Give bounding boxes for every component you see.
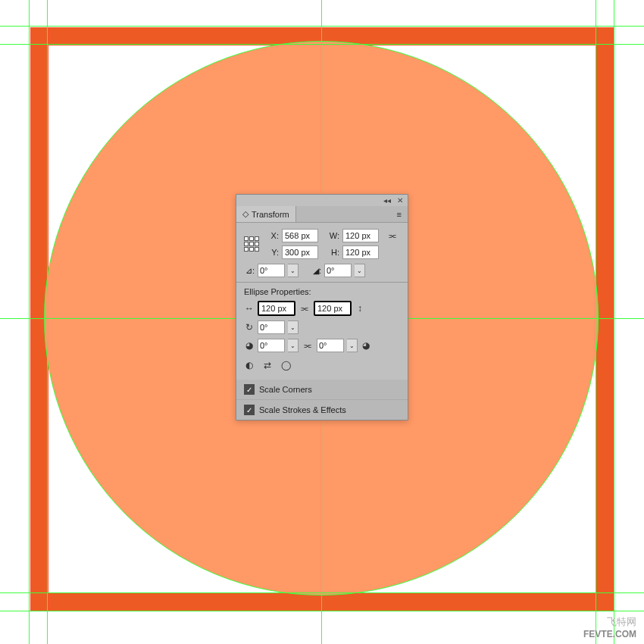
height-input[interactable]: 120 px <box>342 245 379 259</box>
scale-corners-checkbox[interactable]: ✓ <box>244 384 255 395</box>
scale-strokes-checkbox[interactable]: ✓ <box>244 405 255 415</box>
ellipse-height-input[interactable]: 120 px <box>314 301 352 316</box>
invert-pie-icon[interactable]: ◐ <box>244 360 255 370</box>
scale-strokes-label: Scale Strokes & Effects <box>259 405 346 414</box>
ellipse-width-icon: ↔ <box>244 303 255 314</box>
transform-panel: ◂◂ ✕ ◇ Transform ≡ X: 568 px W: 120 px ⫘ <box>236 194 408 420</box>
guide-v[interactable] <box>47 0 48 644</box>
scale-corners-label: Scale Corners <box>259 385 312 394</box>
watermark-line1: 飞特网 <box>583 615 636 629</box>
divider <box>236 282 408 283</box>
guide-v[interactable] <box>29 0 30 644</box>
pie-start-icon: ◕ <box>244 340 255 351</box>
ellipse-section-label: Ellipse Properties: <box>244 287 400 296</box>
w-label: W: <box>329 231 339 240</box>
close-icon[interactable]: ✕ <box>397 196 403 205</box>
shear-icon: ◢: <box>311 266 321 276</box>
guide-h[interactable] <box>0 611 644 611</box>
guide-h[interactable] <box>0 44 644 45</box>
reference-point-grid[interactable] <box>244 236 259 252</box>
watermark-line2: FEVTE.COM <box>583 629 636 639</box>
link-wh-icon[interactable]: ⫘ <box>386 230 399 242</box>
pie-end-dropdown[interactable]: ⌄ <box>347 339 358 352</box>
x-label: X: <box>268 231 279 240</box>
transform-icon: ◇ <box>242 209 249 219</box>
h-label: H: <box>329 248 339 257</box>
watermark: 飞特网 FEVTE.COM <box>583 615 636 639</box>
rotate-icon: ⊿: <box>244 266 255 276</box>
panel-menu-icon[interactable]: ≡ <box>391 207 408 222</box>
panel-title: Transform <box>252 210 289 219</box>
reset-ellipse-icon[interactable]: ◯ <box>280 360 291 370</box>
guide-v[interactable] <box>596 0 596 644</box>
tab-transform[interactable]: ◇ Transform <box>236 206 296 222</box>
y-label: Y: <box>268 248 279 257</box>
shear-input[interactable]: 0° <box>324 264 352 277</box>
pie-rotate-icon: ↻ <box>244 322 255 333</box>
ellipse-width-input[interactable]: 120 px <box>258 301 295 316</box>
guide-h[interactable] <box>0 26 644 27</box>
guide-v[interactable] <box>614 0 614 644</box>
rotate-dropdown[interactable]: ⌄ <box>288 264 299 277</box>
collapse-icon[interactable]: ◂◂ <box>383 196 391 205</box>
ellipse-height-icon: ↕ <box>355 303 365 314</box>
link-ellipse-icon[interactable]: ⫘ <box>299 302 311 314</box>
pie-end-icon: ◕ <box>361 340 371 351</box>
pie-start-dropdown[interactable]: ⌄ <box>288 339 299 352</box>
link-pie-icon[interactable]: ⫘ <box>302 339 314 352</box>
shear-dropdown[interactable]: ⌄ <box>355 264 365 277</box>
rotate-input[interactable]: 0° <box>258 264 285 277</box>
guide-h[interactable] <box>0 592 644 593</box>
y-input[interactable]: 300 px <box>282 245 318 259</box>
pie-start-input[interactable]: 0° <box>258 339 285 352</box>
width-input[interactable]: 120 px <box>342 229 379 242</box>
pie-angle-input[interactable]: 0° <box>258 320 285 334</box>
swap-icon[interactable]: ⇄ <box>262 360 273 370</box>
x-input[interactable]: 568 px <box>282 229 318 242</box>
pie-end-input[interactable]: 0° <box>317 339 344 352</box>
pie-angle-dropdown[interactable]: ⌄ <box>288 320 299 334</box>
